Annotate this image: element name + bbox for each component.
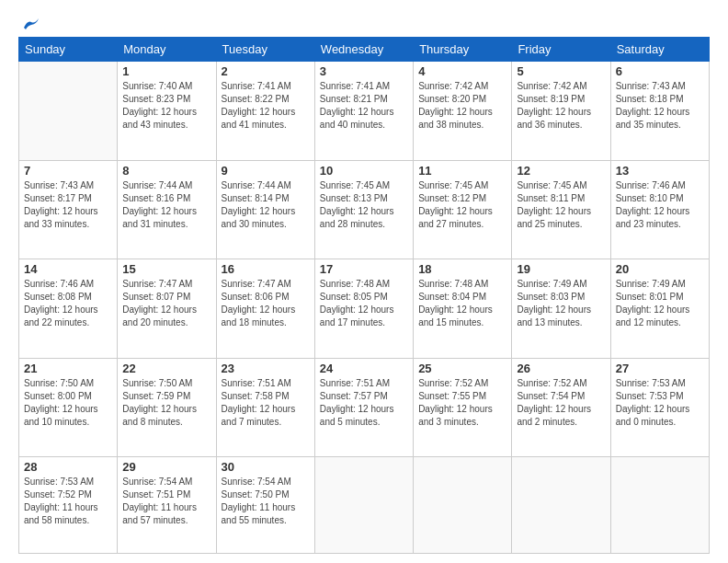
day-info: Sunrise: 7:50 AM Sunset: 7:59 PM Dayligh…: [122, 377, 210, 429]
day-info: Sunrise: 7:44 AM Sunset: 8:16 PM Dayligh…: [122, 179, 210, 231]
day-number: 10: [320, 164, 408, 178]
calendar-cell: 26Sunrise: 7:52 AM Sunset: 7:54 PM Dayli…: [512, 358, 610, 457]
calendar-cell: 19Sunrise: 7:49 AM Sunset: 8:03 PM Dayli…: [512, 259, 610, 359]
day-info: Sunrise: 7:46 AM Sunset: 8:10 PM Dayligh…: [616, 179, 704, 231]
day-info: Sunrise: 7:46 AM Sunset: 8:08 PM Dayligh…: [24, 278, 112, 329]
calendar-cell: 5Sunrise: 7:42 AM Sunset: 8:19 PM Daylig…: [512, 62, 610, 161]
calendar-cell: 22Sunrise: 7:50 AM Sunset: 7:59 PM Dayli…: [118, 358, 216, 457]
day-number: 2: [222, 64, 310, 78]
day-info: Sunrise: 7:52 AM Sunset: 7:55 PM Dayligh…: [418, 377, 506, 429]
day-number: 18: [418, 262, 506, 276]
day-info: Sunrise: 7:53 AM Sunset: 7:52 PM Dayligh…: [24, 476, 112, 527]
day-number: 7: [24, 164, 112, 178]
calendar-cell: [414, 457, 512, 554]
day-number: 20: [616, 262, 704, 276]
calendar-cell: 17Sunrise: 7:48 AM Sunset: 8:05 PM Dayli…: [314, 259, 413, 359]
calendar-cell: 28Sunrise: 7:53 AM Sunset: 7:52 PM Dayli…: [19, 457, 118, 554]
logo-bird-icon: [22, 17, 40, 31]
calendar-cell: 25Sunrise: 7:52 AM Sunset: 7:55 PM Dayli…: [414, 358, 512, 457]
calendar-cell: 21Sunrise: 7:50 AM Sunset: 8:00 PM Dayli…: [19, 358, 118, 457]
day-number: 15: [122, 262, 210, 276]
day-number: 1: [122, 64, 210, 78]
day-number: 24: [320, 362, 408, 375]
logo: [18, 17, 40, 28]
calendar-cell: 23Sunrise: 7:51 AM Sunset: 7:58 PM Dayli…: [216, 358, 314, 457]
week-row-3: 14Sunrise: 7:46 AM Sunset: 8:08 PM Dayli…: [19, 259, 710, 359]
day-info: Sunrise: 7:42 AM Sunset: 8:20 PM Dayligh…: [418, 80, 506, 132]
calendar-cell: [19, 62, 118, 161]
calendar-cell: 8Sunrise: 7:44 AM Sunset: 8:16 PM Daylig…: [118, 160, 216, 259]
day-number: 22: [122, 362, 210, 375]
day-info: Sunrise: 7:53 AM Sunset: 7:53 PM Dayligh…: [616, 377, 704, 429]
calendar-cell: [512, 457, 610, 554]
day-number: 8: [122, 164, 210, 178]
calendar-cell: 16Sunrise: 7:47 AM Sunset: 8:06 PM Dayli…: [216, 259, 314, 359]
day-number: 17: [320, 262, 408, 276]
day-info: Sunrise: 7:48 AM Sunset: 8:05 PM Dayligh…: [320, 278, 408, 329]
day-info: Sunrise: 7:40 AM Sunset: 8:23 PM Dayligh…: [122, 80, 210, 132]
day-info: Sunrise: 7:50 AM Sunset: 8:00 PM Dayligh…: [24, 377, 112, 429]
calendar-cell: 15Sunrise: 7:47 AM Sunset: 8:07 PM Dayli…: [118, 259, 216, 359]
day-number: 28: [24, 460, 112, 474]
day-number: 9: [222, 164, 310, 178]
day-number: 27: [616, 362, 704, 375]
calendar-cell: 29Sunrise: 7:54 AM Sunset: 7:51 PM Dayli…: [118, 457, 216, 554]
calendar-cell: 20Sunrise: 7:49 AM Sunset: 8:01 PM Dayli…: [610, 259, 709, 359]
day-info: Sunrise: 7:41 AM Sunset: 8:21 PM Dayligh…: [320, 80, 408, 132]
calendar-cell: 9Sunrise: 7:44 AM Sunset: 8:14 PM Daylig…: [216, 160, 314, 259]
day-info: Sunrise: 7:47 AM Sunset: 8:06 PM Dayligh…: [222, 278, 310, 329]
day-info: Sunrise: 7:43 AM Sunset: 8:17 PM Dayligh…: [24, 179, 112, 231]
day-number: 13: [616, 164, 704, 178]
day-number: 16: [222, 262, 310, 276]
day-info: Sunrise: 7:49 AM Sunset: 8:03 PM Dayligh…: [517, 278, 605, 329]
calendar-cell: [314, 457, 413, 554]
calendar-table: SundayMondayTuesdayWednesdayThursdayFrid…: [18, 37, 710, 554]
calendar-cell: 4Sunrise: 7:42 AM Sunset: 8:20 PM Daylig…: [414, 62, 512, 161]
day-number: 12: [517, 164, 605, 178]
day-number: 29: [122, 460, 210, 474]
day-number: 21: [24, 362, 112, 375]
day-number: 11: [418, 164, 506, 178]
day-number: 30: [222, 460, 310, 474]
day-number: 14: [24, 262, 112, 276]
day-number: 19: [517, 262, 605, 276]
calendar-cell: 12Sunrise: 7:45 AM Sunset: 8:11 PM Dayli…: [512, 160, 610, 259]
day-info: Sunrise: 7:45 AM Sunset: 8:11 PM Dayligh…: [517, 179, 605, 231]
header: [18, 17, 710, 28]
calendar-cell: 14Sunrise: 7:46 AM Sunset: 8:08 PM Dayli…: [19, 259, 118, 359]
week-row-5: 28Sunrise: 7:53 AM Sunset: 7:52 PM Dayli…: [19, 457, 710, 554]
calendar-cell: 10Sunrise: 7:45 AM Sunset: 8:13 PM Dayli…: [314, 160, 413, 259]
calendar-cell: 11Sunrise: 7:45 AM Sunset: 8:12 PM Dayli…: [414, 160, 512, 259]
calendar-cell: [610, 457, 709, 554]
calendar-cell: 6Sunrise: 7:43 AM Sunset: 8:18 PM Daylig…: [610, 62, 709, 161]
day-info: Sunrise: 7:52 AM Sunset: 7:54 PM Dayligh…: [517, 377, 605, 429]
calendar-cell: 7Sunrise: 7:43 AM Sunset: 8:17 PM Daylig…: [19, 160, 118, 259]
day-number: 26: [517, 362, 605, 375]
day-info: Sunrise: 7:42 AM Sunset: 8:19 PM Dayligh…: [517, 80, 605, 132]
day-info: Sunrise: 7:51 AM Sunset: 7:57 PM Dayligh…: [320, 377, 408, 429]
day-info: Sunrise: 7:48 AM Sunset: 8:04 PM Dayligh…: [418, 278, 506, 329]
calendar-cell: 30Sunrise: 7:54 AM Sunset: 7:50 PM Dayli…: [216, 457, 314, 554]
day-number: 3: [320, 64, 408, 78]
day-info: Sunrise: 7:49 AM Sunset: 8:01 PM Dayligh…: [616, 278, 704, 329]
day-info: Sunrise: 7:45 AM Sunset: 8:13 PM Dayligh…: [320, 179, 408, 231]
day-number: 23: [222, 362, 310, 375]
day-number: 25: [418, 362, 506, 375]
day-number: 5: [517, 64, 605, 78]
day-info: Sunrise: 7:45 AM Sunset: 8:12 PM Dayligh…: [418, 179, 506, 231]
day-info: Sunrise: 7:47 AM Sunset: 8:07 PM Dayligh…: [122, 278, 210, 329]
day-number: 4: [418, 64, 506, 78]
day-info: Sunrise: 7:54 AM Sunset: 7:51 PM Dayligh…: [122, 476, 210, 527]
day-info: Sunrise: 7:51 AM Sunset: 7:58 PM Dayligh…: [222, 377, 310, 429]
week-row-1: 1Sunrise: 7:40 AM Sunset: 8:23 PM Daylig…: [19, 62, 710, 161]
calendar-cell: 3Sunrise: 7:41 AM Sunset: 8:21 PM Daylig…: [314, 62, 413, 161]
day-number: 6: [616, 64, 704, 78]
header-row: SundayMondayTuesdayWednesdayThursdayFrid…: [19, 38, 710, 62]
week-row-4: 21Sunrise: 7:50 AM Sunset: 8:00 PM Dayli…: [19, 358, 710, 457]
day-info: Sunrise: 7:43 AM Sunset: 8:18 PM Dayligh…: [616, 80, 704, 132]
calendar-cell: 18Sunrise: 7:48 AM Sunset: 8:04 PM Dayli…: [414, 259, 512, 359]
col-header-saturday: Saturday: [610, 38, 709, 62]
day-info: Sunrise: 7:44 AM Sunset: 8:14 PM Dayligh…: [222, 179, 310, 231]
calendar-cell: 13Sunrise: 7:46 AM Sunset: 8:10 PM Dayli…: [610, 160, 709, 259]
col-header-sunday: Sunday: [19, 38, 118, 62]
